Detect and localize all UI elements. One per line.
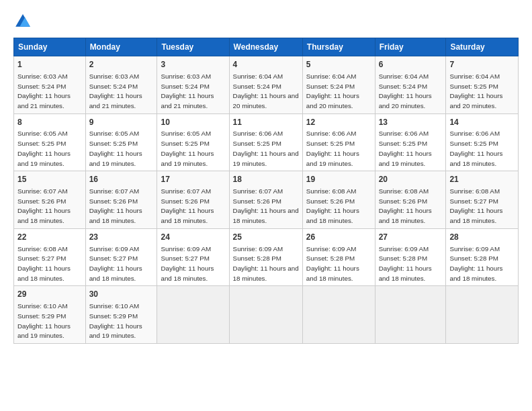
day-info: Sunrise: 6:09 AMSunset: 5:28 PMDaylight:… — [449, 245, 502, 282]
calendar-cell: 3 Sunrise: 6:03 AMSunset: 5:24 PMDayligh… — [157, 56, 229, 114]
calendar-cell: 21 Sunrise: 6:08 AMSunset: 5:27 PMDaylig… — [446, 171, 519, 229]
day-number: 23 — [89, 232, 154, 243]
day-info: Sunrise: 6:05 AMSunset: 5:25 PMDaylight:… — [17, 130, 71, 167]
calendar-cell: 20 Sunrise: 6:08 AMSunset: 5:26 PMDaylig… — [375, 171, 446, 229]
day-info: Sunrise: 6:03 AMSunset: 5:24 PMDaylight:… — [89, 73, 142, 109]
calendar-cell: 24 Sunrise: 6:09 AMSunset: 5:27 PMDaylig… — [157, 228, 229, 286]
day-number: 24 — [161, 232, 225, 243]
day-info: Sunrise: 6:07 AMSunset: 5:26 PMDaylight:… — [161, 187, 214, 224]
calendar-body: 1 Sunrise: 6:03 AMSunset: 5:24 PMDayligh… — [14, 56, 519, 344]
calendar-cell: 11 Sunrise: 6:06 AMSunset: 5:25 PMDaylig… — [229, 113, 302, 171]
day-info: Sunrise: 6:06 AMSunset: 5:25 PMDaylight:… — [306, 130, 359, 167]
day-number: 30 — [89, 289, 154, 300]
calendar-cell: 5 Sunrise: 6:04 AMSunset: 5:24 PMDayligh… — [302, 56, 375, 114]
week-row-2: 8 Sunrise: 6:05 AMSunset: 5:25 PMDayligh… — [14, 113, 519, 171]
day-info: Sunrise: 6:09 AMSunset: 5:27 PMDaylight:… — [89, 245, 142, 282]
day-number: 22 — [17, 232, 82, 243]
day-info: Sunrise: 6:04 AMSunset: 5:24 PMDaylight:… — [306, 73, 359, 109]
calendar-cell: 13 Sunrise: 6:06 AMSunset: 5:25 PMDaylig… — [375, 113, 446, 171]
day-info: Sunrise: 6:09 AMSunset: 5:28 PMDaylight:… — [233, 245, 299, 282]
day-number: 19 — [306, 174, 371, 185]
col-thursday: Thursday — [302, 38, 375, 56]
day-info: Sunrise: 6:10 AMSunset: 5:29 PMDaylight:… — [89, 302, 142, 339]
day-number: 25 — [233, 232, 299, 243]
col-monday: Monday — [85, 38, 157, 56]
calendar-cell: 22 Sunrise: 6:08 AMSunset: 5:27 PMDaylig… — [14, 228, 86, 286]
calendar-cell: 16 Sunrise: 6:07 AMSunset: 5:26 PMDaylig… — [85, 171, 157, 229]
week-row-3: 15 Sunrise: 6:07 AMSunset: 5:26 PMDaylig… — [14, 171, 519, 229]
day-info: Sunrise: 6:07 AMSunset: 5:26 PMDaylight:… — [233, 187, 299, 224]
day-number: 10 — [161, 117, 225, 128]
day-info: Sunrise: 6:04 AMSunset: 5:24 PMDaylight:… — [379, 73, 432, 109]
calendar-cell: 9 Sunrise: 6:05 AMSunset: 5:25 PMDayligh… — [85, 113, 157, 171]
calendar-cell: 4 Sunrise: 6:04 AMSunset: 5:24 PMDayligh… — [229, 56, 302, 114]
day-number: 28 — [449, 232, 515, 243]
day-number: 4 — [233, 59, 299, 71]
day-info: Sunrise: 6:05 AMSunset: 5:25 PMDaylight:… — [161, 130, 214, 167]
day-info: Sunrise: 6:06 AMSunset: 5:25 PMDaylight:… — [233, 130, 299, 167]
day-number: 15 — [17, 174, 82, 185]
logo — [13, 12, 35, 31]
col-saturday: Saturday — [446, 38, 519, 56]
day-number: 18 — [233, 174, 299, 185]
calendar-cell: 7 Sunrise: 6:04 AMSunset: 5:25 PMDayligh… — [446, 56, 519, 114]
calendar-cell: 19 Sunrise: 6:08 AMSunset: 5:26 PMDaylig… — [302, 171, 375, 229]
calendar-cell: 25 Sunrise: 6:09 AMSunset: 5:28 PMDaylig… — [229, 228, 302, 286]
page: Sunday Monday Tuesday Wednesday Thursday… — [0, 0, 532, 411]
day-info: Sunrise: 6:09 AMSunset: 5:27 PMDaylight:… — [161, 245, 214, 282]
day-number: 26 — [306, 232, 371, 243]
day-number: 11 — [233, 117, 299, 128]
calendar-cell: 8 Sunrise: 6:05 AMSunset: 5:25 PMDayligh… — [14, 113, 86, 171]
day-info: Sunrise: 6:07 AMSunset: 5:26 PMDaylight:… — [17, 187, 71, 224]
day-number: 6 — [379, 59, 443, 71]
day-number: 13 — [379, 117, 443, 128]
day-info: Sunrise: 6:08 AMSunset: 5:26 PMDaylight:… — [306, 187, 359, 224]
calendar-cell: 23 Sunrise: 6:09 AMSunset: 5:27 PMDaylig… — [85, 228, 157, 286]
day-number: 16 — [89, 174, 154, 185]
calendar-cell: 10 Sunrise: 6:05 AMSunset: 5:25 PMDaylig… — [157, 113, 229, 171]
week-row-5: 29 Sunrise: 6:10 AMSunset: 5:29 PMDaylig… — [14, 286, 519, 344]
calendar-cell: 27 Sunrise: 6:09 AMSunset: 5:28 PMDaylig… — [375, 228, 446, 286]
day-number: 7 — [449, 59, 515, 71]
day-number: 1 — [17, 59, 82, 71]
day-info: Sunrise: 6:03 AMSunset: 5:24 PMDaylight:… — [17, 73, 71, 109]
day-number: 14 — [449, 117, 515, 128]
day-info: Sunrise: 6:08 AMSunset: 5:27 PMDaylight:… — [449, 187, 502, 224]
calendar-cell: 28 Sunrise: 6:09 AMSunset: 5:28 PMDaylig… — [446, 228, 519, 286]
calendar-table: Sunday Monday Tuesday Wednesday Thursday… — [13, 38, 519, 344]
day-info: Sunrise: 6:06 AMSunset: 5:25 PMDaylight:… — [379, 130, 432, 167]
day-number: 9 — [89, 117, 154, 128]
calendar-cell: 18 Sunrise: 6:07 AMSunset: 5:26 PMDaylig… — [229, 171, 302, 229]
day-number: 29 — [17, 289, 82, 300]
day-number: 20 — [379, 174, 443, 185]
day-number: 12 — [306, 117, 371, 128]
day-number: 2 — [89, 59, 154, 71]
calendar-cell — [375, 286, 446, 344]
day-number: 8 — [17, 117, 82, 128]
calendar-cell — [229, 286, 302, 344]
calendar-cell: 2 Sunrise: 6:03 AMSunset: 5:24 PMDayligh… — [85, 56, 157, 114]
calendar-cell — [157, 286, 229, 344]
calendar-cell — [446, 286, 519, 344]
day-info: Sunrise: 6:08 AMSunset: 5:27 PMDaylight:… — [17, 245, 71, 282]
day-info: Sunrise: 6:06 AMSunset: 5:25 PMDaylight:… — [449, 130, 502, 167]
day-info: Sunrise: 6:03 AMSunset: 5:24 PMDaylight:… — [161, 73, 214, 109]
calendar-cell: 15 Sunrise: 6:07 AMSunset: 5:26 PMDaylig… — [14, 171, 86, 229]
day-info: Sunrise: 6:09 AMSunset: 5:28 PMDaylight:… — [306, 245, 359, 282]
day-number: 3 — [161, 59, 225, 71]
week-row-1: 1 Sunrise: 6:03 AMSunset: 5:24 PMDayligh… — [14, 56, 519, 114]
calendar-cell: 1 Sunrise: 6:03 AMSunset: 5:24 PMDayligh… — [14, 56, 86, 114]
calendar-cell: 17 Sunrise: 6:07 AMSunset: 5:26 PMDaylig… — [157, 171, 229, 229]
header-row: Sunday Monday Tuesday Wednesday Thursday… — [14, 38, 519, 56]
day-info: Sunrise: 6:04 AMSunset: 5:25 PMDaylight:… — [449, 73, 502, 109]
calendar-cell: 14 Sunrise: 6:06 AMSunset: 5:25 PMDaylig… — [446, 113, 519, 171]
calendar-cell: 12 Sunrise: 6:06 AMSunset: 5:25 PMDaylig… — [302, 113, 375, 171]
day-number: 27 — [379, 232, 443, 243]
col-sunday: Sunday — [14, 38, 86, 56]
header-area — [13, 12, 519, 31]
day-number: 5 — [306, 59, 371, 71]
day-info: Sunrise: 6:05 AMSunset: 5:25 PMDaylight:… — [89, 130, 142, 167]
col-wednesday: Wednesday — [229, 38, 302, 56]
calendar-cell: 6 Sunrise: 6:04 AMSunset: 5:24 PMDayligh… — [375, 56, 446, 114]
day-number: 21 — [449, 174, 515, 185]
